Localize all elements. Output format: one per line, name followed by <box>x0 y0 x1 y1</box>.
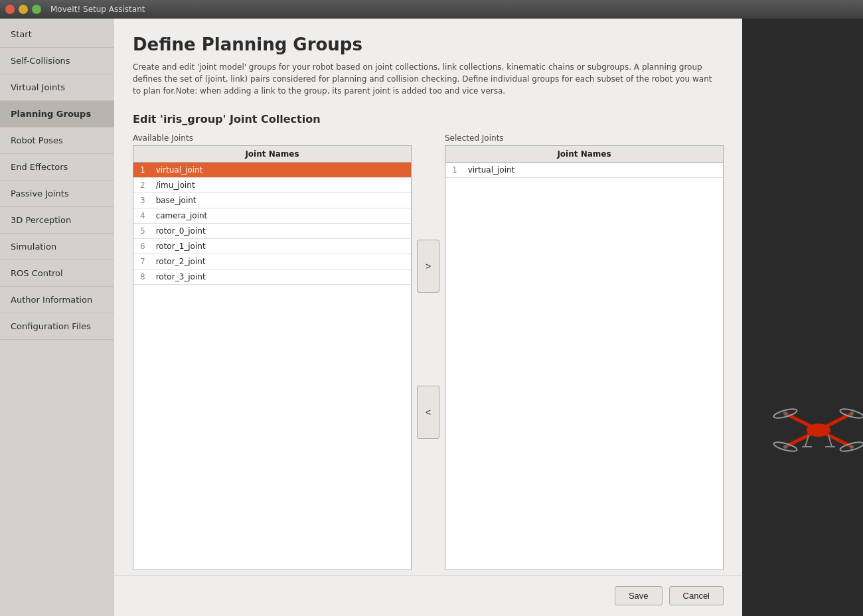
sidebar-item-configuration-files[interactable]: Configuration Files <box>0 313 114 340</box>
sidebar-item-author-information[interactable]: Author Information <box>0 287 114 313</box>
sidebar-item-ros-control[interactable]: ROS Control <box>0 260 114 287</box>
available-joints-table: Joint Names 1virtual_joint2/imu_joint3ba… <box>133 145 412 570</box>
titlebar: MoveIt! Setup Assistant <box>0 0 863 19</box>
arrow-buttons: > < <box>412 133 445 439</box>
table-row[interactable]: 6rotor_1_joint <box>133 239 411 254</box>
available-joints-panel: Available Joints Joint Names 1virtual_jo… <box>133 133 412 570</box>
sidebar-item-start[interactable]: Start <box>0 21 114 48</box>
window-title: MoveIt! Setup Assistant <box>50 5 145 14</box>
sidebar-item-simulation[interactable]: Simulation <box>0 234 114 260</box>
selected-joints-header: Joint Names <box>445 146 723 163</box>
table-row[interactable]: 8rotor_3_joint <box>133 270 411 285</box>
available-joints-label: Available Joints <box>133 133 412 143</box>
edit-section-title: Edit 'iris_group' Joint Collection <box>133 113 724 125</box>
table-row[interactable]: 1virtual_joint <box>133 163 411 178</box>
save-button[interactable]: Save <box>615 586 663 605</box>
svg-point-10 <box>783 445 787 449</box>
bottom-buttons: Save Cancel <box>114 575 742 616</box>
remove-joint-button[interactable]: < <box>417 386 439 439</box>
table-row[interactable]: 1virtual_joint <box>445 163 723 178</box>
app-body: StartSelf-CollisionsVirtual JointsPlanni… <box>0 19 863 616</box>
cancel-button[interactable]: Cancel <box>669 586 724 605</box>
minimize-button[interactable] <box>19 5 28 14</box>
svg-point-8 <box>850 412 854 416</box>
sidebar-item-3d-perception[interactable]: 3D Perception <box>0 207 114 234</box>
available-joints-header: Joint Names <box>133 146 411 163</box>
maximize-button[interactable] <box>32 5 41 14</box>
drone-visualization <box>765 390 863 470</box>
3d-view-panel <box>742 19 863 616</box>
table-row[interactable]: 7rotor_2_joint <box>133 254 411 270</box>
sidebar-item-end-effectors[interactable]: End Effectors <box>0 154 114 181</box>
table-row[interactable]: 2/imu_joint <box>133 178 411 193</box>
page-description: Create and edit 'joint model' groups for… <box>133 61 717 97</box>
page-title: Define Planning Groups <box>133 35 724 54</box>
table-row[interactable]: 3base_joint <box>133 193 411 208</box>
close-button[interactable] <box>5 5 15 14</box>
sidebar-item-robot-poses[interactable]: Robot Poses <box>0 127 114 154</box>
table-row[interactable]: 4camera_joint <box>133 208 411 224</box>
selected-joints-table: Joint Names 1virtual_joint <box>445 145 724 570</box>
svg-point-6 <box>783 412 787 416</box>
sidebar-item-virtual-joints[interactable]: Virtual Joints <box>0 74 114 101</box>
sidebar-item-self-collisions[interactable]: Self-Collisions <box>0 48 114 74</box>
selected-joints-panel: Selected Joints Joint Names 1virtual_joi… <box>445 133 724 570</box>
selected-joints-label: Selected Joints <box>445 133 724 143</box>
svg-point-12 <box>850 445 854 449</box>
sidebar-item-passive-joints[interactable]: Passive Joints <box>0 181 114 207</box>
table-row[interactable]: 5rotor_0_joint <box>133 224 411 239</box>
sidebar-item-planning-groups[interactable]: Planning Groups <box>0 101 114 127</box>
joint-tables-wrapper: Available Joints Joint Names 1virtual_jo… <box>133 133 724 570</box>
main-content: Define Planning Groups Create and edit '… <box>114 19 742 575</box>
add-joint-button[interactable]: > <box>417 240 439 293</box>
sidebar: StartSelf-CollisionsVirtual JointsPlanni… <box>0 19 114 616</box>
